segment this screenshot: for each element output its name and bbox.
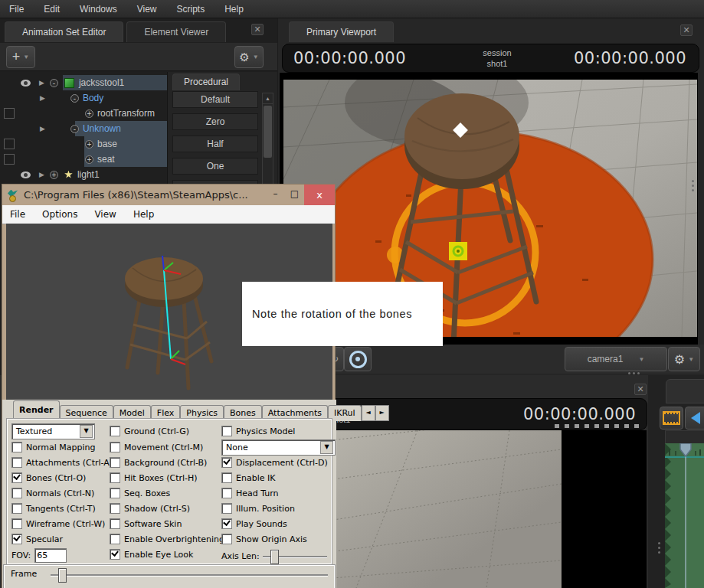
checkbox-normal-mapping[interactable]: Normal Mapping: [11, 442, 96, 452]
expand-icon[interactable]: +: [85, 155, 93, 164]
axis-len-slider[interactable]: [263, 549, 327, 564]
tree-row[interactable]: ▶ + light1: [0, 167, 167, 182]
preset-one[interactable]: One: [172, 158, 258, 175]
collapse-icon[interactable]: -: [70, 94, 79, 103]
checkbox-software-skin[interactable]: Software Skin: [110, 518, 182, 529]
tab-ikrules[interactable]: IKRul: [328, 405, 362, 421]
bottom-panel-close-icon[interactable]: ✕: [634, 384, 647, 395]
checkbox-background[interactable]: Background (Ctrl-B): [110, 457, 207, 468]
checkbox-bones[interactable]: Bones (Ctrl-O): [11, 472, 86, 483]
play-arrow-icon[interactable]: ▶: [40, 125, 45, 132]
checkbox-enable-eye-look[interactable]: Enable Eye Look: [110, 549, 193, 560]
preset-half[interactable]: Half: [172, 136, 258, 152]
tree-row[interactable]: + rootTransform: [0, 106, 167, 121]
render-mode-select[interactable]: Textured▼: [11, 423, 95, 439]
checkbox-head-turn[interactable]: Head Turn: [221, 488, 279, 498]
play-arrow-icon[interactable]: ▶: [40, 94, 45, 102]
collapse-icon[interactable]: -: [50, 79, 58, 87]
checkbox-enable-overbrightening[interactable]: Enable Overbrightening: [110, 534, 224, 544]
checkbox-tangents[interactable]: Tangents (Ctrl-T): [11, 503, 96, 514]
hlmv-menu-file[interactable]: File: [10, 209, 25, 220]
timeline-track[interactable]: [665, 443, 704, 588]
viewport-edge-handle[interactable]: [692, 180, 695, 191]
tree-row[interactable]: ▶ - jacksstool1: [0, 75, 167, 90]
left-panel-gear-button[interactable]: ⚙▼: [234, 46, 264, 68]
slider-thumb[interactable]: [58, 568, 67, 583]
menu-scripts[interactable]: Scripts: [177, 4, 205, 15]
motion-editor-button[interactable]: [685, 407, 704, 430]
overlay-mode-select[interactable]: None▼: [221, 439, 336, 456]
checkbox-play-sounds[interactable]: Play Sounds: [221, 518, 287, 529]
preset-zero[interactable]: Zero: [172, 113, 258, 130]
splitter-handle[interactable]: [658, 542, 661, 554]
tree-label[interactable]: jacksstool1: [79, 77, 124, 88]
scroll-up-icon[interactable]: ▲: [263, 93, 273, 104]
hlmv-window[interactable]: C:\Program Files (x86)\Steam\SteamApps\c…: [2, 184, 336, 588]
hlmv-menu-view[interactable]: View: [94, 209, 116, 220]
frame-slider[interactable]: [51, 567, 328, 582]
tab-render[interactable]: Render: [13, 400, 60, 419]
tab-element-viewer[interactable]: Element Viewer: [126, 21, 226, 42]
tree-checkbox[interactable]: [4, 139, 15, 149]
checkbox-shadow[interactable]: Shadow (Ctrl-S): [110, 503, 190, 514]
tree-label[interactable]: base: [97, 139, 117, 149]
tab-scroll-right-icon[interactable]: ►: [375, 405, 389, 421]
checkbox-hit-boxes[interactable]: Hit Boxes (Ctrl-H): [110, 472, 198, 483]
tab-animation-set-editor[interactable]: Animation Set Editor: [5, 21, 123, 42]
hlmv-titlebar[interactable]: C:\Program Files (x86)\Steam\SteamApps\c…: [2, 185, 335, 205]
menu-help[interactable]: Help: [224, 4, 244, 15]
play-arrow-icon[interactable]: ▶: [39, 171, 44, 178]
checkbox-wireframe[interactable]: Wireframe (Ctrl-W): [11, 518, 105, 529]
clip-editor-button[interactable]: [660, 407, 683, 430]
tab-procedural[interactable]: Procedural: [172, 74, 240, 90]
menu-edit[interactable]: Edit: [44, 4, 60, 15]
viewport-gear-button[interactable]: ⚙▼: [668, 347, 700, 371]
slider-thumb[interactable]: [270, 550, 279, 564]
checkbox-ground[interactable]: Ground (Ctrl-G): [110, 426, 189, 436]
checkbox-specular[interactable]: Specular: [11, 534, 63, 544]
close-button[interactable]: x: [304, 185, 335, 205]
visibility-eye-icon[interactable]: [21, 80, 31, 87]
tree-row[interactable]: ▶ - Body: [0, 90, 167, 106]
tree-row[interactable]: ▶ - Unknown: [0, 121, 167, 136]
tree-row[interactable]: + base: [0, 136, 167, 152]
checkbox-show-origin-axis[interactable]: Show Origin Axis: [221, 534, 307, 544]
left-panel-close-icon[interactable]: ✕: [251, 24, 264, 35]
tree-row[interactable]: + seat: [0, 152, 167, 167]
checkbox-enable-ik[interactable]: Enable IK: [221, 472, 275, 483]
tree-checkbox[interactable]: [4, 154, 15, 165]
collapse-icon[interactable]: -: [70, 125, 79, 133]
camera-select-button[interactable]: camera1 ▼: [565, 347, 667, 371]
fov-input[interactable]: [34, 548, 67, 563]
checkbox-normals[interactable]: Normals (Ctrl-N): [11, 488, 94, 498]
timeline-tab[interactable]: [666, 379, 704, 403]
tree-label[interactable]: light1: [77, 169, 100, 180]
tree-label[interactable]: rootTransform: [97, 108, 155, 119]
minimize-button[interactable]: –: [266, 188, 285, 202]
expand-icon[interactable]: +: [85, 140, 93, 149]
menu-windows[interactable]: Windows: [80, 4, 117, 15]
tree-label[interactable]: Body: [83, 93, 103, 103]
tree-checkbox[interactable]: [4, 108, 15, 119]
tab-primary-viewport[interactable]: Primary Viewport: [289, 21, 394, 42]
add-animation-set-button[interactable]: +▼: [6, 46, 35, 68]
viewport-close-icon[interactable]: ✕: [680, 24, 693, 36]
checkbox-seq-boxes[interactable]: Seq. Boxes: [110, 488, 170, 498]
hlmv-menu-options[interactable]: Options: [42, 209, 77, 220]
menu-view[interactable]: View: [137, 4, 157, 15]
checkbox-attachments[interactable]: Attachments (Ctrl-A): [11, 457, 113, 468]
checkbox-displacement[interactable]: Displacement (Ctrl-D): [221, 457, 328, 468]
menu-file[interactable]: File: [9, 4, 24, 15]
expand-icon[interactable]: +: [85, 109, 93, 118]
scrollbar-thumb[interactable]: [264, 106, 272, 158]
target-tool-button[interactable]: [344, 347, 372, 371]
splitter-handle[interactable]: [628, 372, 640, 374]
checkbox-illum-position[interactable]: Illum. Position: [221, 503, 295, 514]
tree-label[interactable]: seat: [97, 154, 115, 165]
play-arrow-icon[interactable]: ▶: [39, 79, 44, 87]
hlmv-menu-help[interactable]: Help: [133, 209, 154, 220]
expand-icon[interactable]: +: [50, 171, 58, 179]
tree-label[interactable]: Unknown: [83, 123, 121, 134]
checkbox-physics-model[interactable]: Physics Model: [221, 426, 295, 436]
maximize-button[interactable]: □: [285, 188, 304, 202]
